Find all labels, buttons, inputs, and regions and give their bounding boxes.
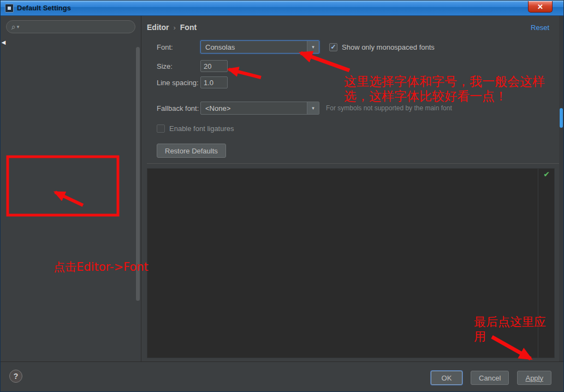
dialog-footer: ? OK Cancel Apply [1, 361, 563, 391]
settings-search-box[interactable]: ⌕ ▾ [6, 20, 135, 33]
font-family-select[interactable]: Consolas ▾ [200, 40, 319, 54]
content-header: Editor › Font Reset [141, 16, 559, 35]
chevron-down-icon: ▾ [17, 24, 20, 29]
chevron-down-glyph: ▾ [312, 105, 314, 111]
breadcrumb: Editor › Font [147, 23, 197, 32]
size-label: Size: [157, 62, 200, 70]
ok-button[interactable]: OK [431, 371, 462, 385]
cancel-button-label: Cancel [479, 374, 501, 382]
fallback-font-select[interactable]: <None> ▾ [200, 102, 319, 115]
breadcrumb-font: Font [180, 23, 197, 32]
font-settings-form: Font: Consolas ▾ ✓ Show only monospaced … [141, 40, 559, 163]
form-preview-divider [147, 163, 559, 164]
chevron-down-icon[interactable]: ▾ [307, 41, 319, 53]
dialog-body: ⌕ ▾ Editor › Font Reset Font: C [1, 16, 563, 361]
chevron-down-glyph: ▾ [312, 44, 314, 50]
fallback-font-label: Fallback font: [157, 104, 200, 112]
close-icon: ✕ [537, 3, 543, 11]
settings-window: Default Settings ✕ ⌕ ▾ Editor › Font Res… [0, 0, 564, 392]
help-icon: ? [14, 372, 19, 381]
monospaced-checkbox[interactable]: ✓ [329, 43, 337, 51]
window-title: Default Settings [17, 4, 71, 12]
fallback-font-value: <None> [205, 104, 230, 112]
settings-sidebar: ⌕ ▾ [1, 16, 141, 361]
window-scrollbar[interactable] [559, 16, 563, 361]
breadcrumb-separator-icon: › [173, 23, 175, 32]
sidebar-scrollbar[interactable] [136, 47, 140, 301]
ligatures-label: Enable font ligatures [169, 124, 234, 133]
inspections-ok-icon: ✔ [543, 170, 550, 178]
search-icon: ⌕ [11, 23, 16, 31]
window-icon [5, 4, 14, 13]
titlebar[interactable]: Default Settings ✕ [1, 1, 563, 16]
reset-link[interactable]: Reset [531, 23, 549, 32]
apply-button-label: Apply [525, 374, 543, 382]
font-family-value: Consolas [205, 43, 235, 51]
monospaced-label: Show only monospaced fonts [342, 43, 435, 51]
editor-error-stripe: ✔ [538, 169, 554, 358]
close-button[interactable]: ✕ [528, 1, 553, 13]
line-spacing-label: Line spacing: [157, 79, 200, 87]
preview-lines [147, 169, 554, 170]
window-scrollbar-thumb[interactable] [560, 108, 563, 128]
settings-content: Editor › Font Reset Font: Consolas ▾ [141, 16, 563, 361]
footer-buttons: OK Cancel Apply [431, 371, 551, 385]
check-icon: ✓ [330, 44, 336, 50]
cancel-button[interactable]: Cancel [471, 371, 509, 385]
apply-button[interactable]: Apply [517, 371, 551, 385]
search-input[interactable] [20, 23, 130, 31]
restore-defaults-button[interactable]: Restore Defaults [157, 144, 226, 158]
line-spacing-input[interactable] [200, 76, 228, 88]
chevron-down-icon[interactable]: ▾ [307, 102, 319, 114]
breadcrumb-editor[interactable]: Editor [147, 23, 169, 32]
ok-button-label: OK [442, 374, 452, 382]
font-label: Font: [157, 43, 200, 51]
cursor-icon: ◄ [0, 38, 7, 46]
font-preview-editor[interactable]: ✔ [147, 168, 555, 358]
fallback-hint: For symbols not supported by the main fo… [326, 104, 452, 112]
size-input[interactable] [200, 60, 228, 72]
help-button[interactable]: ? [9, 370, 22, 383]
ligatures-checkbox[interactable] [157, 124, 165, 133]
